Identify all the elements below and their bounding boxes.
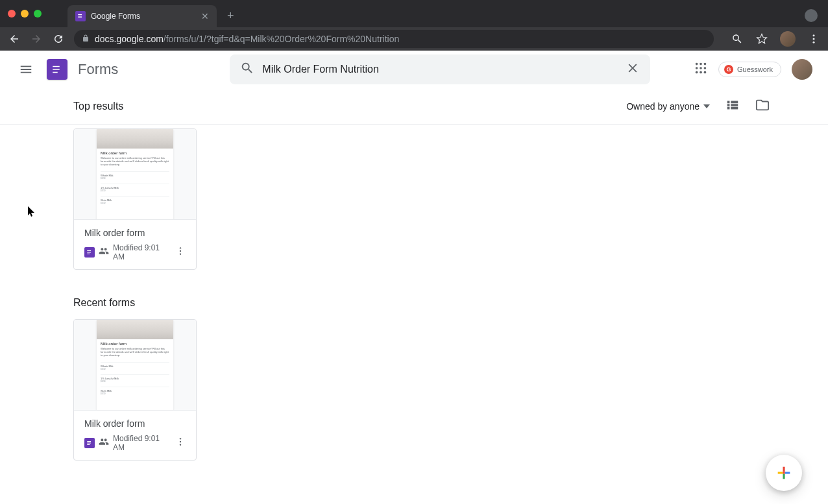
svg-point-5 [704,63,707,66]
tab-title: Google Forms [91,12,196,21]
svg-point-17 [180,444,181,445]
browser-chrome: Google Forms ✕ + docs.google.com/forms/u… [0,0,828,51]
reload-button[interactable] [52,32,65,45]
folder-view-button[interactable] [755,98,770,115]
recent-forms-title: Recent forms [73,297,755,309]
card-title: Milk order form [84,228,186,238]
forms-type-icon [84,247,95,258]
svg-rect-19 [785,472,790,474]
forms-favicon-icon [75,11,86,21]
guesswork-badge[interactable]: G Guesswork [718,62,781,77]
svg-point-1 [813,38,815,40]
guesswork-label: Guesswork [737,66,773,73]
svg-rect-21 [778,472,783,474]
list-view-button[interactable] [725,98,740,115]
svg-point-0 [813,34,815,36]
svg-point-7 [700,67,702,69]
google-apps-icon[interactable] [694,61,708,78]
address-bar-actions [731,31,820,47]
svg-point-11 [704,71,707,74]
svg-point-16 [180,441,181,442]
lock-icon [82,34,90,44]
svg-rect-20 [783,474,785,479]
address-bar: docs.google.com/forms/u/1/?tgif=d&q=Milk… [0,27,828,51]
svg-rect-22 [783,472,785,474]
maximize-window-button[interactable] [34,10,42,18]
back-button[interactable] [8,32,21,45]
browser-user-avatar[interactable] [780,31,796,47]
search-input[interactable] [262,64,618,75]
app-title: Forms [78,61,118,78]
forms-type-icon [84,438,95,448]
browser-profile-icon[interactable] [805,9,818,22]
bookmark-icon[interactable] [755,32,768,45]
close-tab-icon[interactable]: ✕ [201,11,209,21]
shared-icon [99,437,109,450]
svg-point-8 [704,67,707,69]
svg-point-9 [696,71,698,74]
forward-button[interactable] [30,32,43,45]
new-tab-button[interactable]: + [227,9,234,23]
svg-point-3 [696,63,698,66]
url-host: docs.google.com [95,34,164,44]
browser-tab[interactable]: Google Forms ✕ [67,5,217,27]
chevron-down-icon [703,103,710,110]
svg-point-15 [180,438,181,439]
url-path: /forms/u/1/?tgif=d&q=Milk%20Order%20Form… [164,34,399,44]
forms-logo-icon[interactable] [47,59,67,80]
form-thumbnail: Milk order form Welcome to our online mi… [74,320,196,411]
guesswork-dot-icon: G [724,65,733,74]
user-avatar[interactable] [792,59,812,80]
svg-point-13 [180,250,181,252]
card-more-icon[interactable] [175,437,186,450]
card-info: Milk order form Modified 9:01 AM [74,411,196,460]
app-header: Forms G Guesswork [0,51,828,88]
card-info: Milk order form Modified 9:01 AM [74,220,196,269]
svg-point-12 [180,247,181,248]
svg-rect-18 [783,467,785,472]
form-thumbnail: Milk order form Welcome to our online mi… [74,129,196,220]
card-more-icon[interactable] [175,246,186,259]
url-field[interactable]: docs.google.com/forms/u/1/?tgif=d&q=Milk… [74,30,714,48]
search-box [230,54,650,84]
top-results-title: Top results [73,101,123,112]
shared-icon [99,246,109,259]
owned-by-filter[interactable]: Owned by anyone [626,101,710,112]
svg-point-14 [180,253,181,254]
card-title: Milk order form [84,418,186,429]
browser-menu-icon[interactable] [807,32,820,45]
header-actions: G Guesswork [694,59,815,80]
card-modified: Modified 9:01 AM [113,434,171,452]
close-window-button[interactable] [8,10,16,18]
content-area: Milk order form Welcome to our online mi… [0,125,828,504]
svg-point-2 [813,42,815,43]
tab-bar: Google Forms ✕ + [0,0,828,27]
plus-icon [775,464,793,482]
card-modified: Modified 9:01 AM [113,243,171,261]
zoom-icon[interactable] [731,32,744,45]
controls-row: Top results Owned by anyone [0,88,828,125]
owned-by-label: Owned by anyone [626,101,700,112]
search-icon[interactable] [240,61,254,78]
minimize-window-button[interactable] [21,10,29,18]
clear-search-icon[interactable] [626,61,640,78]
window-controls [8,10,42,18]
form-card[interactable]: Milk order form Welcome to our online mi… [73,128,197,270]
svg-point-4 [700,63,702,66]
create-form-fab[interactable] [766,455,802,491]
svg-point-6 [696,67,698,69]
form-card[interactable]: Milk order form Welcome to our online mi… [73,319,197,461]
svg-point-10 [700,71,702,74]
controls-right: Owned by anyone [626,98,770,115]
main-menu-button[interactable] [13,56,39,82]
